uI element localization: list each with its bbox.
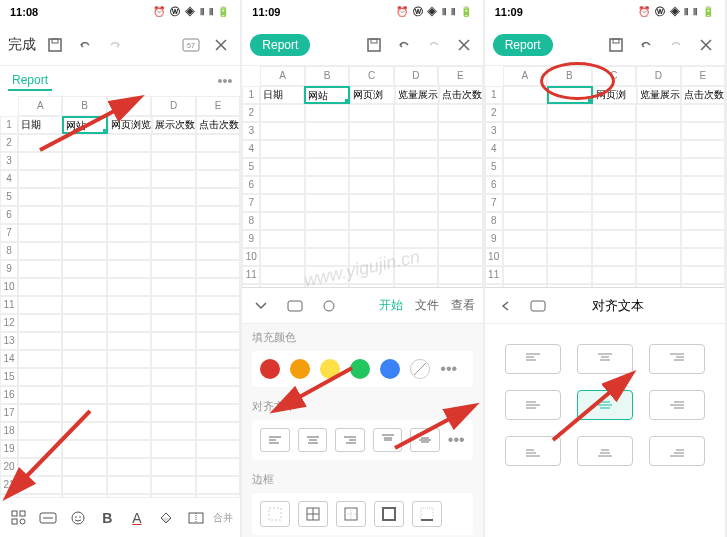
cell[interactable] <box>547 248 591 266</box>
tab-file[interactable]: 文件 <box>415 297 439 314</box>
cell[interactable] <box>394 230 438 248</box>
cell[interactable] <box>592 266 636 284</box>
col-header[interactable]: D <box>636 66 680 86</box>
cell[interactable] <box>151 278 195 296</box>
col-header[interactable]: C <box>107 96 151 116</box>
cell[interactable] <box>592 104 636 122</box>
cell[interactable] <box>349 212 393 230</box>
cell[interactable] <box>681 122 725 140</box>
undo-icon[interactable] <box>635 34 657 56</box>
cell[interactable] <box>62 224 106 242</box>
cell[interactable] <box>592 194 636 212</box>
row-number[interactable]: 7 <box>0 224 18 242</box>
cell[interactable] <box>151 458 195 476</box>
row-number[interactable]: 3 <box>242 122 260 140</box>
cell[interactable] <box>394 104 438 122</box>
cell[interactable] <box>196 152 240 170</box>
row-number[interactable]: 9 <box>242 230 260 248</box>
cell[interactable] <box>107 476 151 494</box>
merge-icon[interactable] <box>184 506 208 530</box>
col-header[interactable]: D <box>151 96 195 116</box>
align-left-icon[interactable] <box>260 428 290 452</box>
row-number[interactable]: 4 <box>485 140 503 158</box>
cell[interactable] <box>636 212 680 230</box>
cell[interactable] <box>547 266 591 284</box>
cell[interactable]: 展示次数 <box>152 116 196 134</box>
cell[interactable] <box>196 314 240 332</box>
report-button[interactable]: Report <box>493 34 553 56</box>
cell[interactable] <box>107 314 151 332</box>
counter-icon[interactable]: 57 <box>180 34 202 56</box>
cell[interactable] <box>62 386 106 404</box>
row-number[interactable]: 3 <box>485 122 503 140</box>
cell[interactable] <box>62 350 106 368</box>
row-number[interactable]: 20 <box>0 458 18 476</box>
cell[interactable] <box>636 176 680 194</box>
merge-label[interactable]: 合并 <box>213 511 233 525</box>
cell[interactable] <box>18 332 62 350</box>
row-number[interactable]: 3 <box>0 152 18 170</box>
cell[interactable] <box>592 122 636 140</box>
cell[interactable] <box>547 230 591 248</box>
keyboard-icon[interactable] <box>284 295 306 317</box>
cell[interactable] <box>636 140 680 158</box>
cell[interactable] <box>592 176 636 194</box>
undo-icon[interactable] <box>74 34 96 56</box>
cell[interactable] <box>592 230 636 248</box>
col-header[interactable]: A <box>18 96 62 116</box>
row-number[interactable]: 17 <box>0 404 18 422</box>
cell[interactable] <box>62 314 106 332</box>
cell[interactable] <box>107 260 151 278</box>
row-number[interactable]: 1 <box>242 86 260 104</box>
cell[interactable] <box>547 140 591 158</box>
row-number[interactable]: 9 <box>0 260 18 278</box>
cell[interactable] <box>547 158 591 176</box>
row-number[interactable]: 2 <box>242 104 260 122</box>
cell[interactable] <box>18 494 62 497</box>
cell[interactable]: 日期 <box>18 116 62 134</box>
cell[interactable] <box>681 158 725 176</box>
cell[interactable] <box>681 212 725 230</box>
cell[interactable] <box>503 140 547 158</box>
align-top-icon[interactable] <box>373 428 403 452</box>
cell[interactable] <box>260 230 304 248</box>
cell[interactable] <box>107 242 151 260</box>
col-header[interactable]: A <box>260 66 304 86</box>
color-red[interactable] <box>260 359 280 379</box>
align-center-icon[interactable] <box>298 428 328 452</box>
cell[interactable] <box>151 494 195 497</box>
keyboard-icon[interactable] <box>36 506 60 530</box>
row-number[interactable]: 10 <box>0 278 18 296</box>
cell[interactable] <box>107 458 151 476</box>
cell[interactable] <box>151 224 195 242</box>
row-number[interactable]: 13 <box>0 332 18 350</box>
cell[interactable] <box>503 230 547 248</box>
cell[interactable] <box>62 170 106 188</box>
align-bottom-right-icon[interactable] <box>649 436 705 466</box>
cell[interactable] <box>349 230 393 248</box>
cell[interactable] <box>305 230 349 248</box>
cell[interactable] <box>547 194 591 212</box>
cell[interactable] <box>62 440 106 458</box>
cell[interactable]: 点击次数 <box>439 86 483 104</box>
cell[interactable] <box>151 314 195 332</box>
border-bottom-icon[interactable] <box>412 501 442 527</box>
align-bottom-left-icon[interactable] <box>505 436 561 466</box>
font-color-icon[interactable]: A <box>125 506 149 530</box>
cell[interactable]: 网页浏 <box>593 86 637 104</box>
cell[interactable] <box>62 476 106 494</box>
cell[interactable] <box>18 170 62 188</box>
cell[interactable] <box>107 332 151 350</box>
cell[interactable] <box>503 266 547 284</box>
cell[interactable] <box>107 368 151 386</box>
cell[interactable] <box>394 122 438 140</box>
cell[interactable] <box>62 368 106 386</box>
cell[interactable] <box>547 176 591 194</box>
col-header[interactable]: C <box>592 66 636 86</box>
cell[interactable] <box>305 122 349 140</box>
sheet-tab-report[interactable]: Report <box>8 71 52 91</box>
row-number[interactable]: 15 <box>0 368 18 386</box>
keyboard-icon[interactable] <box>527 295 549 317</box>
col-header[interactable]: D <box>394 66 438 86</box>
cell[interactable] <box>305 248 349 266</box>
